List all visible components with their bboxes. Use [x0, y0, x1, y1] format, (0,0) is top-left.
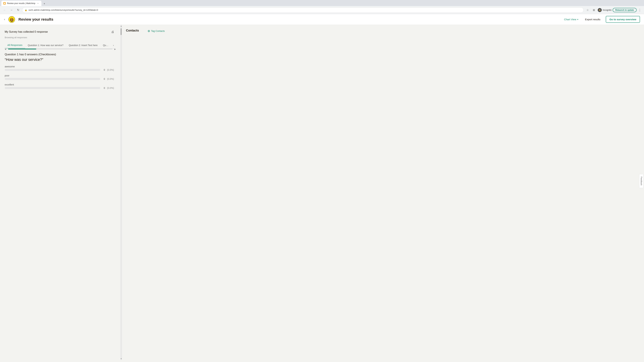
incognito-indicator: 🕵 Incognito: [598, 8, 612, 12]
scrollbar-left-arrow[interactable]: ◀: [5, 48, 6, 50]
mailchimp-logo: [8, 16, 15, 23]
answer-item-awesome: awesome 0 (0.0%): [5, 65, 116, 71]
answer-label-awesome: awesome: [5, 65, 116, 68]
answer-count-excellent: 0: [102, 87, 105, 89]
content-area: My Survey has collected 0 response 🖨 Bro…: [0, 25, 120, 360]
app-header: ‹ Review your results Chart View ▾ Expor…: [0, 14, 644, 25]
active-tab[interactable]: Review your results | Mailchimp ×: [1, 1, 42, 6]
answer-label-excellent: excellent: [5, 83, 116, 86]
extensions-button[interactable]: ⊞: [591, 7, 597, 13]
tag-contacts-icon: ⊕: [148, 29, 150, 33]
answer-bar-bg-poor: [5, 78, 100, 80]
chart-view-button[interactable]: Chart View ▾: [564, 18, 578, 21]
go-to-survey-button[interactable]: Go to survey overview: [606, 16, 640, 23]
answer-bar-bg-excellent: [5, 87, 100, 89]
survey-response-text: My Survey has collected 0 response: [5, 30, 48, 33]
incognito-icon: 🕵: [598, 8, 602, 12]
tag-contacts-label: Tag Contacts: [151, 30, 165, 32]
scroll-up-arrow[interactable]: ▲: [120, 25, 122, 27]
answer-item-excellent: excellent 0 (0.0%): [5, 83, 116, 89]
tab-question-2-label: Question 2: Insert Text here: [69, 44, 98, 46]
reload-button[interactable]: ↻: [16, 7, 21, 13]
export-results-button[interactable]: Export results: [585, 18, 600, 21]
answer-count-awesome: 0: [102, 68, 105, 71]
tab-all-responses-label: All Responses: [8, 44, 22, 46]
forward-icon: →: [10, 8, 13, 11]
navigation-bar: ← → ↻ 🔒 us21.admin.mailchimp.com/lists/s…: [0, 6, 644, 14]
feedback-label: Feedback: [640, 177, 643, 186]
tab-close-icon[interactable]: ×: [37, 2, 40, 5]
svg-point-4: [11, 19, 12, 19]
tab-all-responses[interactable]: All Responses: [5, 42, 25, 49]
mailchimp-logo-svg: [8, 16, 15, 23]
survey-summary: My Survey has collected 0 response 🖨: [5, 29, 116, 35]
answer-bar-row-poor: 0 (0.0%): [5, 78, 116, 80]
contacts-sidebar: Contacts ⊕ Tag Contacts: [122, 25, 169, 360]
scrollbar-track: [8, 49, 112, 49]
answer-bar-row-excellent: 0 (0.0%): [5, 87, 116, 89]
content-scrollbar[interactable]: ▲ ▼: [120, 25, 122, 360]
tabs-scrollbar: ◀ ▶: [5, 49, 116, 49]
main-layout: My Survey has collected 0 response 🖨 Bro…: [0, 25, 644, 360]
sidebar-title: Contacts: [126, 29, 139, 32]
question-quote: “How was our service?”: [5, 57, 116, 62]
tabs-scroll-right[interactable]: ›: [111, 43, 116, 48]
nav-actions: ☆ ⊞ 🕵 Incognito Relaunch to update ⋮: [585, 7, 642, 13]
extensions-icon: ⊞: [593, 8, 595, 11]
tab-question-2[interactable]: Question 2: Insert Text here: [66, 42, 100, 48]
tab-question-1-label: Question 1: How was our service?: [28, 44, 64, 46]
chart-view-chevron: ▾: [577, 18, 578, 21]
tabs-container: All Responses Question 1: How was our se…: [5, 42, 116, 49]
tab-question-1[interactable]: Question 1: How was our service?: [25, 42, 66, 48]
tag-contacts-button[interactable]: ⊕ Tag Contacts: [148, 29, 165, 33]
back-button[interactable]: ←: [2, 7, 8, 13]
scrollbar-right-arrow[interactable]: ▶: [114, 48, 116, 50]
answer-pct-excellent: (0.0%): [107, 87, 116, 89]
new-tab-button[interactable]: +: [42, 1, 47, 6]
svg-point-7: [11, 20, 12, 20]
svg-point-0: [4, 3, 5, 4]
tab-title: Review your results | Mailchimp: [7, 2, 36, 4]
print-button[interactable]: 🖨: [110, 29, 116, 35]
address-url: us21.admin.mailchimp.com/lists/surveys/r…: [28, 9, 98, 11]
feedback-tab[interactable]: Feedback: [639, 174, 644, 188]
answer-bar-row-awesome: 0 (0.0%): [5, 68, 116, 71]
browsing-text: Browsing all responses: [5, 36, 116, 39]
question-header: Question 1 has 0 answers (Checkboxes): [5, 53, 116, 56]
lock-icon: 🔒: [25, 9, 27, 11]
answer-count-poor: 0: [102, 78, 105, 80]
address-bar[interactable]: 🔒 us21.admin.mailchimp.com/lists/surveys…: [22, 7, 584, 13]
scroll-thumb[interactable]: [120, 28, 122, 35]
reload-icon: ↻: [17, 8, 19, 11]
forward-button[interactable]: →: [9, 7, 14, 13]
bookmark-button[interactable]: ☆: [585, 7, 590, 13]
browser-tab-bar: Review your results | Mailchimp × +: [0, 0, 644, 6]
scrollbar-thumb: [8, 49, 36, 49]
tab-question-3[interactable]: Qu…: [100, 42, 111, 48]
bookmark-icon: ☆: [586, 8, 589, 11]
scroll-down-arrow[interactable]: ▼: [120, 358, 122, 360]
answer-pct-poor: (0.0%): [107, 78, 116, 80]
svg-point-5: [12, 19, 13, 19]
content-inner: My Survey has collected 0 response 🖨 Bro…: [0, 25, 120, 96]
answer-pct-awesome: (0.0%): [107, 68, 116, 71]
svg-point-3: [10, 18, 13, 21]
page-title: Review your results: [18, 17, 561, 22]
browser-menu-button[interactable]: ⋮: [638, 8, 642, 12]
tab-question-3-label: Qu…: [103, 44, 108, 46]
print-icon: 🖨: [111, 30, 114, 34]
answer-bar-bg-awesome: [5, 69, 100, 71]
back-to-surveys-button[interactable]: ‹: [4, 17, 5, 21]
tab-favicon: [3, 2, 6, 4]
content-wrapper: My Survey has collected 0 response 🖨 Bro…: [0, 25, 122, 360]
answer-label-poor: poor: [5, 74, 116, 77]
answer-item-poor: poor 0 (0.0%): [5, 74, 116, 80]
chart-view-label: Chart View: [564, 18, 576, 21]
sidebar-header: Contacts ⊕ Tag Contacts: [126, 29, 165, 33]
relaunch-button[interactable]: Relaunch to update: [613, 8, 636, 12]
back-icon: ←: [3, 8, 6, 11]
incognito-label: Incognito: [603, 9, 612, 11]
